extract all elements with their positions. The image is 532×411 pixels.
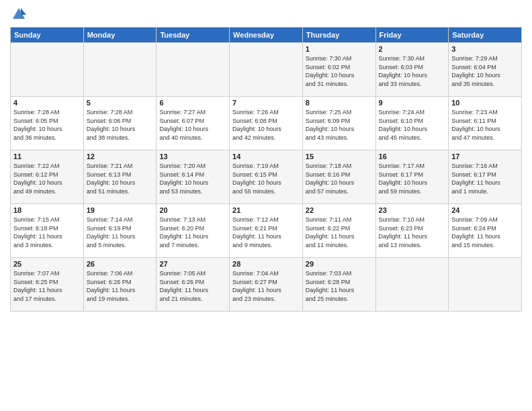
calendar-cell: 1Sunrise: 7:30 AM Sunset: 6:02 PM Daylig… (302, 43, 375, 97)
day-number: 11 (13, 152, 81, 161)
calendar-cell: 18Sunrise: 7:15 AM Sunset: 6:18 PM Dayli… (11, 204, 84, 258)
day-number: 19 (87, 206, 154, 214)
calendar-cell: 26Sunrise: 7:06 AM Sunset: 6:26 PM Dayli… (83, 258, 157, 312)
header-day: Friday (375, 28, 449, 43)
calendar-week: 1Sunrise: 7:30 AM Sunset: 6:02 PM Daylig… (11, 43, 522, 97)
calendar-cell: 14Sunrise: 7:19 AM Sunset: 6:15 PM Dayli… (230, 150, 303, 204)
day-info: Sunrise: 7:11 AM Sunset: 6:22 PM Dayligh… (306, 216, 373, 249)
logo (10, 7, 26, 21)
day-info: Sunrise: 7:18 AM Sunset: 6:16 PM Dayligh… (306, 162, 373, 195)
day-info: Sunrise: 7:12 AM Sunset: 6:21 PM Dayligh… (232, 216, 300, 249)
header-day: Saturday (449, 28, 522, 43)
day-number: 4 (13, 99, 81, 107)
day-number: 5 (87, 99, 154, 107)
calendar-cell: 27Sunrise: 7:05 AM Sunset: 6:26 PM Dayli… (157, 258, 230, 312)
calendar-cell: 13Sunrise: 7:20 AM Sunset: 6:14 PM Dayli… (157, 150, 230, 204)
calendar-week: 18Sunrise: 7:15 AM Sunset: 6:18 PM Dayli… (11, 204, 522, 258)
calendar-cell (11, 43, 84, 97)
day-info: Sunrise: 7:04 AM Sunset: 6:27 PM Dayligh… (232, 269, 300, 303)
day-info: Sunrise: 7:20 AM Sunset: 6:14 PM Dayligh… (159, 162, 226, 195)
header (10, 7, 522, 21)
calendar-cell: 25Sunrise: 7:07 AM Sunset: 6:25 PM Dayli… (11, 258, 84, 312)
day-info: Sunrise: 7:09 AM Sunset: 6:24 PM Dayligh… (451, 216, 519, 249)
day-info: Sunrise: 7:19 AM Sunset: 6:15 PM Dayligh… (232, 162, 300, 195)
calendar-cell: 20Sunrise: 7:13 AM Sunset: 6:20 PM Dayli… (157, 204, 230, 258)
day-number: 15 (306, 152, 373, 161)
day-info: Sunrise: 7:24 AM Sunset: 6:10 PM Dayligh… (379, 108, 446, 142)
day-number: 16 (379, 152, 446, 161)
day-number: 21 (232, 206, 300, 214)
header-day: Wednesday (230, 28, 303, 43)
header-day: Sunday (11, 28, 84, 43)
day-number: 3 (451, 45, 519, 53)
calendar-cell (449, 258, 522, 312)
day-info: Sunrise: 7:21 AM Sunset: 6:13 PM Dayligh… (87, 162, 154, 195)
day-info: Sunrise: 7:30 AM Sunset: 6:02 PM Dayligh… (306, 54, 373, 88)
day-number: 6 (159, 99, 226, 107)
day-info: Sunrise: 7:03 AM Sunset: 6:28 PM Dayligh… (306, 269, 373, 303)
day-number: 12 (87, 152, 154, 161)
calendar-body: 1Sunrise: 7:30 AM Sunset: 6:02 PM Daylig… (11, 43, 522, 312)
day-number: 25 (13, 260, 81, 268)
calendar-cell: 5Sunrise: 7:28 AM Sunset: 6:06 PM Daylig… (83, 97, 157, 150)
day-info: Sunrise: 7:07 AM Sunset: 6:25 PM Dayligh… (13, 269, 81, 303)
calendar-cell: 21Sunrise: 7:12 AM Sunset: 6:21 PM Dayli… (230, 204, 303, 258)
calendar-cell: 15Sunrise: 7:18 AM Sunset: 6:16 PM Dayli… (302, 150, 375, 204)
day-number: 8 (306, 99, 373, 107)
day-number: 13 (159, 152, 226, 161)
day-number: 17 (451, 152, 519, 161)
day-number: 24 (451, 206, 519, 214)
calendar-cell (157, 43, 230, 97)
day-info: Sunrise: 7:14 AM Sunset: 6:19 PM Dayligh… (87, 216, 154, 249)
header-day: Tuesday (157, 28, 230, 43)
calendar-cell: 22Sunrise: 7:11 AM Sunset: 6:22 PM Dayli… (302, 204, 375, 258)
day-number: 29 (306, 260, 373, 268)
calendar-cell: 10Sunrise: 7:23 AM Sunset: 6:11 PM Dayli… (449, 97, 522, 150)
calendar-cell (230, 43, 303, 97)
calendar-cell: 11Sunrise: 7:22 AM Sunset: 6:12 PM Dayli… (11, 150, 84, 204)
day-number: 18 (13, 206, 81, 214)
calendar-cell: 12Sunrise: 7:21 AM Sunset: 6:13 PM Dayli… (83, 150, 157, 204)
calendar-table: SundayMondayTuesdayWednesdayThursdayFrid… (10, 27, 522, 312)
calendar-cell: 6Sunrise: 7:27 AM Sunset: 6:07 PM Daylig… (157, 97, 230, 150)
day-info: Sunrise: 7:23 AM Sunset: 6:11 PM Dayligh… (451, 108, 519, 142)
day-number: 23 (379, 206, 446, 214)
calendar-cell: 3Sunrise: 7:29 AM Sunset: 6:04 PM Daylig… (449, 43, 522, 97)
day-number: 10 (451, 99, 519, 107)
day-number: 27 (159, 260, 226, 268)
calendar-cell (375, 258, 449, 312)
svg-marker-1 (21, 8, 26, 15)
logo-icon (11, 7, 26, 21)
day-info: Sunrise: 7:22 AM Sunset: 6:12 PM Dayligh… (13, 162, 81, 195)
day-info: Sunrise: 7:05 AM Sunset: 6:26 PM Dayligh… (159, 269, 226, 303)
day-number: 1 (306, 45, 373, 53)
day-number: 22 (306, 206, 373, 214)
calendar-cell: 19Sunrise: 7:14 AM Sunset: 6:19 PM Dayli… (83, 204, 157, 258)
page-container: SundayMondayTuesdayWednesdayThursdayFrid… (0, 0, 532, 318)
day-info: Sunrise: 7:27 AM Sunset: 6:07 PM Dayligh… (159, 108, 226, 142)
day-info: Sunrise: 7:13 AM Sunset: 6:20 PM Dayligh… (159, 216, 226, 249)
day-info: Sunrise: 7:28 AM Sunset: 6:05 PM Dayligh… (13, 108, 81, 142)
calendar-week: 4Sunrise: 7:28 AM Sunset: 6:05 PM Daylig… (11, 97, 522, 150)
day-number: 2 (379, 45, 446, 53)
calendar-cell: 16Sunrise: 7:17 AM Sunset: 6:17 PM Dayli… (375, 150, 449, 204)
calendar-week: 25Sunrise: 7:07 AM Sunset: 6:25 PM Dayli… (11, 258, 522, 312)
day-info: Sunrise: 7:10 AM Sunset: 6:23 PM Dayligh… (379, 216, 446, 249)
calendar-cell: 8Sunrise: 7:25 AM Sunset: 6:09 PM Daylig… (302, 97, 375, 150)
day-info: Sunrise: 7:26 AM Sunset: 6:08 PM Dayligh… (232, 108, 300, 142)
day-info: Sunrise: 7:29 AM Sunset: 6:04 PM Dayligh… (451, 54, 519, 88)
calendar-cell: 17Sunrise: 7:16 AM Sunset: 6:17 PM Dayli… (449, 150, 522, 204)
header-day: Monday (83, 28, 157, 43)
day-info: Sunrise: 7:28 AM Sunset: 6:06 PM Dayligh… (87, 108, 154, 142)
day-info: Sunrise: 7:25 AM Sunset: 6:09 PM Dayligh… (306, 108, 373, 142)
calendar-week: 11Sunrise: 7:22 AM Sunset: 6:12 PM Dayli… (11, 150, 522, 204)
day-info: Sunrise: 7:06 AM Sunset: 6:26 PM Dayligh… (87, 269, 154, 303)
day-info: Sunrise: 7:15 AM Sunset: 6:18 PM Dayligh… (13, 216, 81, 249)
calendar-cell: 2Sunrise: 7:30 AM Sunset: 6:03 PM Daylig… (375, 43, 449, 97)
calendar-cell (83, 43, 157, 97)
day-number: 14 (232, 152, 300, 161)
day-number: 26 (87, 260, 154, 268)
calendar-cell: 9Sunrise: 7:24 AM Sunset: 6:10 PM Daylig… (375, 97, 449, 150)
day-info: Sunrise: 7:16 AM Sunset: 6:17 PM Dayligh… (451, 162, 519, 195)
calendar-cell: 23Sunrise: 7:10 AM Sunset: 6:23 PM Dayli… (375, 204, 449, 258)
